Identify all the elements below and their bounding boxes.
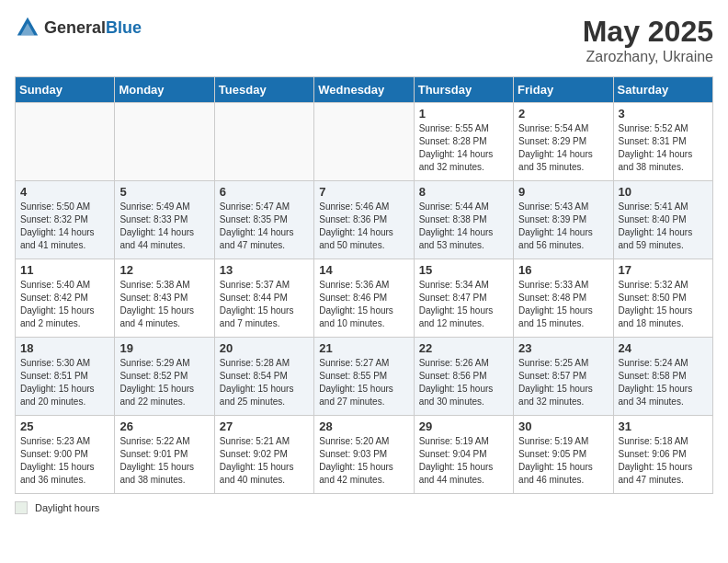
day-info: Sunrise: 5:46 AM Sunset: 8:36 PM Dayligh… xyxy=(319,201,408,252)
title-block: May 2025 Zarozhany, Ukraine xyxy=(583,15,713,65)
day-info: Sunrise: 5:54 AM Sunset: 8:29 PM Dayligh… xyxy=(518,122,608,174)
day-info: Sunrise: 5:52 AM Sunset: 8:31 PM Dayligh… xyxy=(619,122,708,174)
day-number: 5 xyxy=(119,185,209,199)
day-number: 6 xyxy=(220,185,309,199)
day-number: 1 xyxy=(419,107,508,121)
calendar-table: Sunday Monday Tuesday Wednesday Thursday… xyxy=(15,76,713,494)
calendar-day: 13Sunrise: 5:37 AM Sunset: 8:44 PM Dayli… xyxy=(214,259,313,338)
logo-general: General xyxy=(44,18,106,37)
day-number: 21 xyxy=(319,341,408,355)
day-number: 15 xyxy=(419,263,508,277)
day-info: Sunrise: 5:41 AM Sunset: 8:40 PM Dayligh… xyxy=(619,201,708,252)
calendar-day: 28Sunrise: 5:20 AM Sunset: 9:03 PM Dayli… xyxy=(314,416,414,494)
calendar-day: 14Sunrise: 5:36 AM Sunset: 8:46 PM Dayli… xyxy=(314,259,414,338)
day-number: 26 xyxy=(119,419,209,433)
day-info: Sunrise: 5:23 AM Sunset: 9:00 PM Dayligh… xyxy=(20,435,109,487)
col-sunday: Sunday xyxy=(16,77,115,103)
day-info: Sunrise: 5:34 AM Sunset: 8:47 PM Dayligh… xyxy=(419,279,508,330)
calendar-day: 4Sunrise: 5:50 AM Sunset: 8:32 PM Daylig… xyxy=(16,181,115,259)
day-info: Sunrise: 5:19 AM Sunset: 9:05 PM Dayligh… xyxy=(518,435,608,487)
col-friday: Friday xyxy=(514,77,613,103)
legend-box xyxy=(15,501,28,514)
col-wednesday: Wednesday xyxy=(314,77,414,103)
day-number: 11 xyxy=(20,263,109,277)
calendar-day: 18Sunrise: 5:30 AM Sunset: 8:51 PM Dayli… xyxy=(16,338,115,416)
calendar-day: 7Sunrise: 5:46 AM Sunset: 8:36 PM Daylig… xyxy=(314,181,414,259)
day-info: Sunrise: 5:50 AM Sunset: 8:32 PM Dayligh… xyxy=(20,201,109,252)
calendar-week-4: 25Sunrise: 5:23 AM Sunset: 9:00 PM Dayli… xyxy=(16,416,713,494)
day-info: Sunrise: 5:21 AM Sunset: 9:02 PM Dayligh… xyxy=(220,435,309,487)
calendar-week-2: 11Sunrise: 5:40 AM Sunset: 8:42 PM Dayli… xyxy=(16,259,713,338)
day-info: Sunrise: 5:33 AM Sunset: 8:48 PM Dayligh… xyxy=(518,279,608,330)
logo: GeneralBlue xyxy=(15,15,142,40)
col-saturday: Saturday xyxy=(613,77,712,103)
header-row: Sunday Monday Tuesday Wednesday Thursday… xyxy=(16,77,713,103)
day-number: 28 xyxy=(319,419,408,433)
day-number: 25 xyxy=(20,419,109,433)
day-number: 10 xyxy=(619,185,708,199)
calendar-day: 17Sunrise: 5:32 AM Sunset: 8:50 PM Dayli… xyxy=(613,259,712,338)
day-info: Sunrise: 5:37 AM Sunset: 8:44 PM Dayligh… xyxy=(220,279,309,330)
calendar-day: 11Sunrise: 5:40 AM Sunset: 8:42 PM Dayli… xyxy=(16,259,115,338)
day-info: Sunrise: 5:22 AM Sunset: 9:01 PM Dayligh… xyxy=(119,435,209,487)
day-info: Sunrise: 5:47 AM Sunset: 8:35 PM Dayligh… xyxy=(220,201,309,252)
day-info: Sunrise: 5:44 AM Sunset: 8:38 PM Dayligh… xyxy=(419,201,508,252)
calendar-day: 26Sunrise: 5:22 AM Sunset: 9:01 PM Dayli… xyxy=(115,416,214,494)
calendar-day: 27Sunrise: 5:21 AM Sunset: 9:02 PM Dayli… xyxy=(214,416,313,494)
day-number: 27 xyxy=(220,419,309,433)
day-number: 22 xyxy=(419,341,508,355)
calendar-day: 3Sunrise: 5:52 AM Sunset: 8:31 PM Daylig… xyxy=(613,103,712,181)
day-number: 30 xyxy=(518,419,608,433)
calendar-day xyxy=(115,103,214,181)
day-info: Sunrise: 5:43 AM Sunset: 8:39 PM Dayligh… xyxy=(518,201,608,252)
day-info: Sunrise: 5:25 AM Sunset: 8:57 PM Dayligh… xyxy=(518,357,608,408)
day-number: 17 xyxy=(619,263,708,277)
calendar-day: 6Sunrise: 5:47 AM Sunset: 8:35 PM Daylig… xyxy=(214,181,313,259)
day-number: 18 xyxy=(20,341,109,355)
day-info: Sunrise: 5:20 AM Sunset: 9:03 PM Dayligh… xyxy=(319,435,408,487)
col-thursday: Thursday xyxy=(414,77,513,103)
day-number: 12 xyxy=(119,263,209,277)
calendar-week-3: 18Sunrise: 5:30 AM Sunset: 8:51 PM Dayli… xyxy=(16,338,713,416)
logo-icon xyxy=(15,15,40,40)
calendar-day: 30Sunrise: 5:19 AM Sunset: 9:05 PM Dayli… xyxy=(514,416,613,494)
page-header: GeneralBlue May 2025 Zarozhany, Ukraine xyxy=(15,15,713,65)
day-number: 16 xyxy=(518,263,608,277)
calendar-day: 10Sunrise: 5:41 AM Sunset: 8:40 PM Dayli… xyxy=(613,181,712,259)
day-info: Sunrise: 5:32 AM Sunset: 8:50 PM Dayligh… xyxy=(619,279,708,330)
calendar-day: 19Sunrise: 5:29 AM Sunset: 8:52 PM Dayli… xyxy=(115,338,214,416)
day-number: 14 xyxy=(319,263,408,277)
calendar-week-0: 1Sunrise: 5:55 AM Sunset: 8:28 PM Daylig… xyxy=(16,103,713,181)
calendar-day: 1Sunrise: 5:55 AM Sunset: 8:28 PM Daylig… xyxy=(414,103,513,181)
day-number: 8 xyxy=(419,185,508,199)
calendar-day: 8Sunrise: 5:44 AM Sunset: 8:38 PM Daylig… xyxy=(414,181,513,259)
calendar-day: 25Sunrise: 5:23 AM Sunset: 9:00 PM Dayli… xyxy=(16,416,115,494)
calendar-day: 22Sunrise: 5:26 AM Sunset: 8:56 PM Dayli… xyxy=(414,338,513,416)
day-info: Sunrise: 5:29 AM Sunset: 8:52 PM Dayligh… xyxy=(119,357,209,408)
day-info: Sunrise: 5:28 AM Sunset: 8:54 PM Dayligh… xyxy=(220,357,309,408)
day-info: Sunrise: 5:18 AM Sunset: 9:06 PM Dayligh… xyxy=(619,435,708,487)
calendar-title: May 2025 xyxy=(583,15,713,49)
day-info: Sunrise: 5:49 AM Sunset: 8:33 PM Dayligh… xyxy=(119,201,209,252)
calendar-day: 9Sunrise: 5:43 AM Sunset: 8:39 PM Daylig… xyxy=(514,181,613,259)
calendar-day: 20Sunrise: 5:28 AM Sunset: 8:54 PM Dayli… xyxy=(214,338,313,416)
day-info: Sunrise: 5:27 AM Sunset: 8:55 PM Dayligh… xyxy=(319,357,408,408)
calendar-day: 24Sunrise: 5:24 AM Sunset: 8:58 PM Dayli… xyxy=(613,338,712,416)
day-number: 3 xyxy=(619,107,708,121)
day-number: 4 xyxy=(20,185,109,199)
day-number: 20 xyxy=(220,341,309,355)
day-number: 23 xyxy=(518,341,608,355)
day-number: 9 xyxy=(518,185,608,199)
day-info: Sunrise: 5:26 AM Sunset: 8:56 PM Dayligh… xyxy=(419,357,508,408)
day-info: Sunrise: 5:55 AM Sunset: 8:28 PM Dayligh… xyxy=(419,122,508,174)
calendar-location: Zarozhany, Ukraine xyxy=(583,49,713,65)
day-info: Sunrise: 5:36 AM Sunset: 8:46 PM Dayligh… xyxy=(319,279,408,330)
day-number: 31 xyxy=(619,419,708,433)
day-info: Sunrise: 5:30 AM Sunset: 8:51 PM Dayligh… xyxy=(20,357,109,408)
day-number: 19 xyxy=(119,341,209,355)
day-info: Sunrise: 5:19 AM Sunset: 9:04 PM Dayligh… xyxy=(419,435,508,487)
calendar-week-1: 4Sunrise: 5:50 AM Sunset: 8:32 PM Daylig… xyxy=(16,181,713,259)
calendar-day: 15Sunrise: 5:34 AM Sunset: 8:47 PM Dayli… xyxy=(414,259,513,338)
calendar-day: 5Sunrise: 5:49 AM Sunset: 8:33 PM Daylig… xyxy=(115,181,214,259)
calendar-day xyxy=(16,103,115,181)
